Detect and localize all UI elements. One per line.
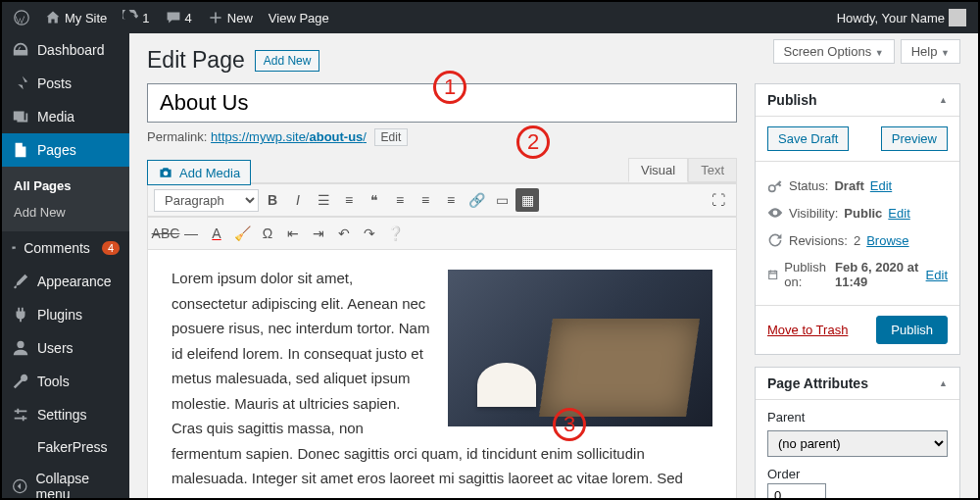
page-heading: Edit Page bbox=[147, 47, 245, 74]
align-left-button[interactable]: ≡ bbox=[388, 188, 412, 212]
editor-tab-visual[interactable]: Visual bbox=[628, 158, 688, 182]
editor-toolbar-row-1: Paragraph B I ☰ ≡ ❝ ≡ ≡ ≡ 🔗 ▭ ▦ ⛶ bbox=[148, 183, 736, 217]
toggle-icon[interactable]: ▲ bbox=[939, 378, 948, 388]
editor-body[interactable]: Lorem ipsum dolor sit amet, consectetur … bbox=[148, 250, 736, 498]
link-button[interactable]: 🔗 bbox=[465, 188, 488, 212]
number-list-button[interactable]: ≡ bbox=[337, 188, 361, 212]
bold-button[interactable]: B bbox=[261, 188, 284, 212]
redo-button[interactable]: ↷ bbox=[358, 222, 381, 245]
comment-icon bbox=[166, 10, 181, 25]
sidebar-item-fakerpress[interactable]: FakerPress bbox=[2, 431, 129, 463]
svg-point-4 bbox=[769, 185, 775, 191]
sidebar-item-tools[interactable]: Tools bbox=[2, 365, 129, 398]
sidebar-item-posts[interactable]: Posts bbox=[2, 67, 129, 100]
sidebar-item-appearance[interactable]: Appearance bbox=[2, 265, 129, 298]
indent-button[interactable]: ⇥ bbox=[307, 222, 330, 245]
pin-icon bbox=[12, 75, 29, 92]
svg-point-1 bbox=[17, 341, 24, 348]
refresh-icon bbox=[122, 10, 138, 25]
permalink-row: Permalink: https://mywp.site/about-us/ E… bbox=[147, 128, 737, 146]
admin-sidebar: Dashboard Posts Media Pages All Pages Ad… bbox=[2, 33, 129, 498]
schedule-edit-link[interactable]: Edit bbox=[926, 268, 948, 282]
media-icon bbox=[12, 108, 29, 125]
publish-box: Publish▲ Save Draft Preview Status: Draf… bbox=[755, 83, 960, 355]
publish-button[interactable]: Publish bbox=[876, 316, 948, 344]
dashboard-icon bbox=[12, 41, 29, 59]
specialchar-button[interactable]: Ω bbox=[256, 222, 279, 245]
submenu-add-new[interactable]: Add New bbox=[2, 199, 129, 225]
collapse-icon bbox=[12, 477, 27, 495]
fullscreen-button[interactable]: ⛶ bbox=[707, 188, 730, 212]
collapse-menu[interactable]: Collapse menu bbox=[2, 463, 129, 500]
admin-toolbar: My Site 1 4 New View Page Howdy, Your Na… bbox=[2, 2, 978, 33]
sliders-icon bbox=[12, 406, 29, 424]
sidebar-item-pages[interactable]: Pages bbox=[2, 133, 129, 167]
italic-button[interactable]: I bbox=[286, 188, 310, 212]
help-button[interactable]: Help ▼ bbox=[901, 39, 960, 64]
order-input[interactable] bbox=[767, 483, 826, 498]
toggle-icon[interactable]: ▲ bbox=[939, 95, 948, 105]
align-right-button[interactable]: ≡ bbox=[439, 188, 463, 212]
revisions-icon bbox=[767, 232, 783, 248]
hr-button[interactable]: — bbox=[179, 222, 203, 245]
sidebar-item-dashboard[interactable]: Dashboard bbox=[2, 33, 129, 67]
clear-format-button[interactable]: 🧹 bbox=[230, 222, 254, 245]
readmore-button[interactable]: ▭ bbox=[490, 188, 514, 212]
sidebar-item-users[interactable]: Users bbox=[2, 331, 129, 365]
align-center-button[interactable]: ≡ bbox=[414, 188, 437, 212]
permalink-link[interactable]: https://mywp.site/about-us/ bbox=[211, 129, 367, 144]
strikethrough-button[interactable]: ABC bbox=[154, 222, 177, 245]
save-draft-button[interactable]: Save Draft bbox=[767, 126, 849, 151]
page-attributes-title: Page Attributes bbox=[767, 375, 868, 391]
page-attributes-box: Page Attributes▲ Parent (no parent) Orde… bbox=[755, 367, 960, 498]
view-page-link[interactable]: View Page bbox=[263, 2, 335, 33]
preview-button[interactable]: Preview bbox=[881, 126, 948, 151]
visibility-edit-link[interactable]: Edit bbox=[888, 206, 909, 221]
comments-link[interactable]: 4 bbox=[160, 2, 198, 33]
toolbar-toggle-button[interactable]: ▦ bbox=[515, 188, 539, 212]
editor-container: Paragraph B I ☰ ≡ ❝ ≡ ≡ ≡ 🔗 ▭ ▦ ⛶ bbox=[147, 182, 737, 498]
permalink-edit-button[interactable]: Edit bbox=[374, 128, 409, 146]
editor-tab-text[interactable]: Text bbox=[688, 158, 737, 182]
help-icon-button[interactable]: ❔ bbox=[383, 222, 407, 245]
move-to-trash-link[interactable]: Move to Trash bbox=[767, 323, 848, 337]
eye-icon bbox=[767, 205, 783, 221]
parent-select[interactable]: (no parent) bbox=[767, 430, 948, 457]
wp-logo[interactable] bbox=[8, 2, 35, 33]
sidebar-item-comments[interactable]: Comments4 bbox=[2, 231, 129, 265]
parent-label: Parent bbox=[767, 410, 948, 425]
updates-link[interactable]: 1 bbox=[117, 2, 155, 33]
format-select[interactable]: Paragraph bbox=[154, 189, 259, 212]
quote-button[interactable]: ❝ bbox=[363, 188, 386, 212]
order-label: Order bbox=[767, 467, 948, 481]
revisions-browse-link[interactable]: Browse bbox=[866, 233, 908, 248]
submenu-all-pages[interactable]: All Pages bbox=[2, 173, 129, 199]
site-home-link[interactable]: My Site bbox=[39, 2, 113, 33]
home-icon bbox=[45, 10, 61, 25]
sidebar-submenu-pages: All Pages Add New bbox=[2, 167, 129, 231]
plus-icon bbox=[208, 10, 223, 25]
brush-icon bbox=[12, 273, 29, 290]
user-icon bbox=[12, 339, 29, 357]
post-title-input[interactable] bbox=[147, 83, 737, 123]
editor-toolbar-row-2: ABC — A 🧹 Ω ⇤ ⇥ ↶ ↷ ❔ bbox=[148, 217, 736, 250]
page-icon bbox=[12, 141, 29, 159]
textcolor-button[interactable]: A bbox=[205, 222, 228, 245]
sidebar-item-settings[interactable]: Settings bbox=[2, 398, 129, 431]
account-menu[interactable]: Howdy, Your Name bbox=[831, 2, 972, 33]
undo-button[interactable]: ↶ bbox=[332, 222, 356, 245]
bullet-list-button[interactable]: ☰ bbox=[312, 188, 335, 212]
outdent-button[interactable]: ⇤ bbox=[281, 222, 305, 245]
add-new-button[interactable]: Add New bbox=[255, 50, 320, 72]
new-content-link[interactable]: New bbox=[202, 2, 259, 33]
comment-icon bbox=[12, 239, 16, 257]
sidebar-item-plugins[interactable]: Plugins bbox=[2, 298, 129, 331]
status-edit-link[interactable]: Edit bbox=[870, 178, 892, 193]
screen-options-button[interactable]: Screen Options ▼ bbox=[773, 39, 895, 64]
content-image[interactable] bbox=[448, 270, 712, 426]
comments-badge: 4 bbox=[102, 241, 120, 255]
key-icon bbox=[767, 177, 783, 193]
publish-box-title: Publish bbox=[767, 92, 817, 108]
sidebar-item-media[interactable]: Media bbox=[2, 100, 129, 133]
avatar bbox=[949, 9, 966, 26]
